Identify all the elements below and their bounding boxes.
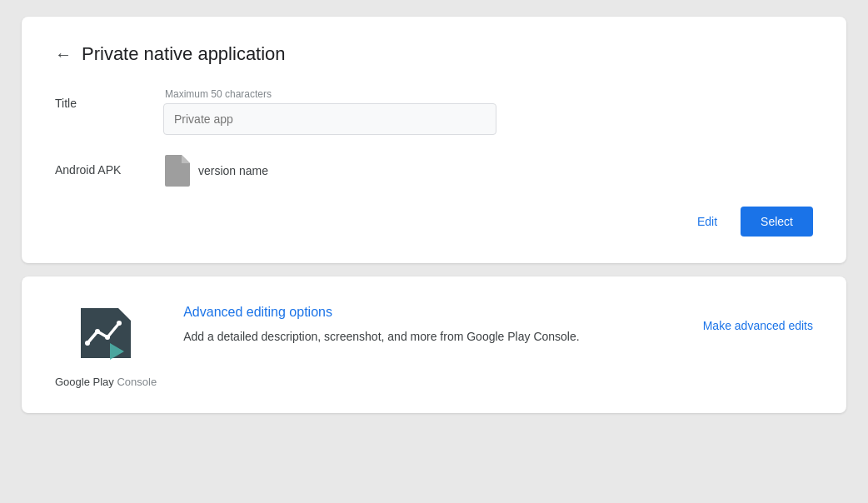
apk-row: Android APK version name (55, 155, 813, 187)
file-icon (163, 155, 190, 187)
title-row: Title Maximum 50 characters (55, 88, 813, 135)
title-input-wrapper: Maximum 50 characters (163, 88, 496, 135)
advanced-content: Advanced editing options Add a detailed … (183, 300, 686, 346)
gpc-label-console2: Console (117, 376, 157, 388)
apk-label: Android APK (55, 155, 163, 177)
back-button[interactable]: ← (55, 45, 72, 64)
card-actions: Edit Select (55, 207, 813, 237)
edit-button[interactable]: Edit (687, 208, 727, 235)
advanced-actions: Make advanced edits (703, 314, 813, 332)
apk-info: version name (163, 155, 268, 187)
svg-point-3 (105, 335, 110, 340)
gpc-label-google-play: Google Play (55, 376, 114, 388)
page-header: ← Private native application (55, 43, 813, 65)
version-name: version name (198, 164, 268, 177)
select-button[interactable]: Select (741, 207, 813, 237)
advanced-inner: Advanced editing options Add a detailed … (183, 300, 813, 346)
title-hint: Maximum 50 characters (163, 88, 496, 100)
title-input[interactable] (163, 103, 496, 135)
gpc-logo-area: Google Play Console (55, 300, 157, 390)
advanced-card: Google Play Console Advanced editing opt… (22, 276, 846, 413)
page-title: Private native application (82, 43, 286, 65)
gpc-label: Google Play Console (55, 375, 157, 390)
title-label: Title (55, 88, 163, 110)
svg-point-2 (95, 329, 100, 334)
svg-point-4 (117, 321, 122, 326)
advanced-editing-desc: Add a detailed description, screenshot, … (183, 328, 686, 346)
make-advanced-edits-button[interactable]: Make advanced edits (703, 319, 813, 332)
svg-point-1 (85, 341, 90, 346)
svg-marker-0 (81, 308, 131, 358)
google-play-console-icon (72, 300, 139, 366)
main-card: ← Private native application Title Maxim… (22, 17, 846, 263)
advanced-editing-title: Advanced editing options (183, 305, 686, 320)
